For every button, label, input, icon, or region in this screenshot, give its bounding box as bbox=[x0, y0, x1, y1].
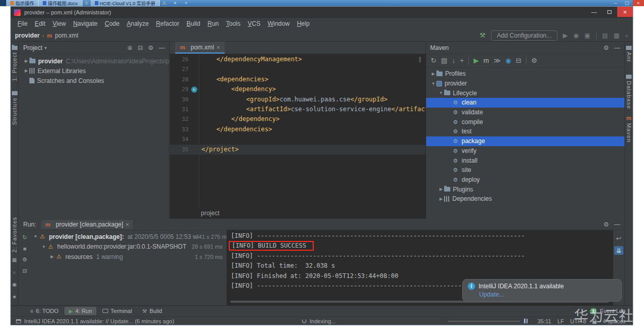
tree-arrow-icon[interactable]: ▼ bbox=[430, 81, 436, 86]
stripe-ant-button[interactable]: Ant bbox=[625, 46, 633, 62]
stripe-project-button[interactable]: 1: Project bbox=[11, 46, 18, 81]
taskbar-new-tab-icon[interactable]: + bbox=[182, 1, 190, 6]
offline-mode-icon[interactable]: ◉ bbox=[505, 57, 511, 64]
add-maven-projects-icon[interactable]: + bbox=[460, 57, 464, 64]
taskbar-minimize-icon[interactable]: – bbox=[610, 0, 621, 6]
maven-tree-item[interactable]: ⚙compile bbox=[426, 117, 624, 127]
reimport-icon[interactable]: ↻ bbox=[431, 57, 436, 64]
project-tree-item[interactable]: ▶External Libraries bbox=[19, 66, 169, 76]
menu-help[interactable]: Help bbox=[293, 19, 313, 28]
build-hammer-icon[interactable]: ⚒ bbox=[480, 31, 486, 39]
menu-view[interactable]: View bbox=[49, 19, 70, 28]
rerun-icon[interactable]: ↻ bbox=[22, 234, 27, 241]
maven-tree-item[interactable]: ⚙package bbox=[426, 136, 624, 146]
maven-tree-item[interactable]: ⚙verify bbox=[426, 146, 624, 156]
maven-panel-header[interactable]: Maven ⚙ — bbox=[426, 42, 624, 54]
search-everywhere-icon[interactable]: ⌕ bbox=[625, 32, 629, 39]
run-icon[interactable]: ▶ bbox=[563, 32, 568, 39]
stripe-database-button[interactable]: Database bbox=[625, 75, 633, 109]
download-sources-icon[interactable]: ↓ bbox=[452, 57, 455, 64]
run-tree-item[interactable]: ▼⚠helloworld.demo:provider:jar:0.0.1-SNA… bbox=[30, 242, 227, 252]
maven-tree-item[interactable]: ⚙clean bbox=[426, 98, 624, 108]
code-line[interactable]: 26</dependencyManagement> bbox=[170, 55, 426, 64]
code-line[interactable]: 30<groupId>com.huawei.paas.cse</groupId> bbox=[170, 95, 426, 105]
maven-tree-item[interactable]: ⚙validate bbox=[426, 108, 624, 117]
status-message-area[interactable]: IntelliJ IDEA 2020.1.1 available: // Upd… bbox=[16, 317, 174, 325]
maven-settings-icon[interactable]: ⚙ bbox=[531, 57, 537, 64]
tree-arrow-icon[interactable]: ▶ bbox=[23, 59, 29, 63]
tree-arrow-icon[interactable]: ▶ bbox=[438, 187, 444, 192]
tree-arrow-icon[interactable]: ▼ bbox=[438, 91, 444, 95]
skip-tests-icon[interactable]: ≫ bbox=[494, 57, 501, 64]
close-tab-icon[interactable]: × bbox=[216, 44, 219, 50]
run-tree-item[interactable]: ▼⚠provider [clean,package]: at 2020/5/5 … bbox=[30, 232, 227, 242]
menu-vcs[interactable]: VCS bbox=[244, 19, 264, 28]
project-tree-item[interactable]: ▶providerC:\Users\Administrator\IdeaProj… bbox=[19, 56, 169, 66]
project-structure-icon[interactable]: ▤ bbox=[602, 32, 608, 39]
menu-code[interactable]: Code bbox=[101, 19, 123, 28]
maven-tree-item[interactable]: ▼provider bbox=[426, 79, 624, 89]
maven-tree-item[interactable]: ⚙install bbox=[426, 155, 624, 165]
collapse-icon[interactable]: ⊟ bbox=[22, 268, 27, 274]
code-line[interactable]: 31<artifactId>cse-solution-service-engin… bbox=[170, 105, 426, 114]
maven-changes-gutter-icon[interactable]: ↻ bbox=[191, 86, 197, 93]
run-with-coverage-icon[interactable]: ▣ bbox=[584, 32, 590, 39]
taskbar-tab[interactable]: 操作截图.docx bbox=[39, 0, 82, 6]
soft-wrap-icon[interactable]: ↩ bbox=[614, 234, 623, 242]
collapse-all-icon[interactable]: ⊟ bbox=[516, 57, 521, 64]
stripe-favorites-button[interactable]: 2: Favorites bbox=[11, 217, 18, 252]
stop-icon[interactable]: ■ bbox=[23, 246, 27, 252]
maven-tree-item[interactable]: ▶Profiles bbox=[426, 69, 624, 79]
menu-window[interactable]: Window bbox=[264, 19, 293, 28]
tree-arrow-icon[interactable]: ▶ bbox=[23, 68, 29, 73]
generate-sources-icon[interactable]: ▤ bbox=[441, 57, 447, 64]
caret-position-widget[interactable]: 35:11 bbox=[537, 318, 551, 324]
tree-arrow-icon[interactable]: ▼ bbox=[32, 234, 39, 239]
menu-run[interactable]: Run bbox=[204, 19, 223, 28]
title-bar[interactable]: provider – pom.xml (Administrator) — × bbox=[11, 7, 633, 18]
menu-edit[interactable]: Edit bbox=[31, 19, 49, 28]
code-line[interactable]: 27 bbox=[170, 64, 426, 74]
close-tab-icon[interactable]: × bbox=[126, 221, 129, 228]
editor-breadcrumb[interactable]: project bbox=[201, 210, 219, 217]
add-configuration-button[interactable]: Add Configuration... bbox=[491, 30, 557, 41]
editor-splitter-icon[interactable]: ∥ bbox=[419, 56, 422, 63]
maven-tree-item[interactable]: ⚙deploy bbox=[426, 175, 624, 185]
menu-file[interactable]: File bbox=[14, 19, 31, 28]
code-line[interactable]: 33</dependencies> bbox=[170, 125, 426, 134]
maven-tree-item[interactable]: ⚙test bbox=[426, 127, 624, 136]
menu-build[interactable]: Build bbox=[183, 19, 204, 28]
toolwindow-button-terminal[interactable]: Terminal bbox=[98, 307, 137, 315]
chevron-down-icon[interactable]: ▾ bbox=[44, 45, 47, 50]
tree-arrow-icon[interactable]: ▶ bbox=[438, 197, 444, 201]
locate-file-icon[interactable]: ⊕ bbox=[127, 44, 132, 51]
taskbar-close-tab-icon[interactable]: × bbox=[171, 1, 179, 6]
debug-icon[interactable]: ◉ bbox=[573, 32, 579, 39]
search-icon[interactable]: ⌕ bbox=[13, 269, 16, 275]
camera-icon[interactable]: ◉ bbox=[12, 282, 17, 288]
collapse-all-icon[interactable]: ⊟ bbox=[138, 44, 143, 51]
maven-tree-item[interactable]: ▼Lifecycle bbox=[426, 88, 624, 98]
minimize-button[interactable]: — bbox=[586, 7, 602, 17]
layout-icon[interactable]: ▦ bbox=[614, 32, 619, 39]
taskbar-tab[interactable]: HCIE-Cloud V1.0 实验手册 bbox=[91, 0, 160, 6]
run-maven-build-icon[interactable]: ▶ bbox=[473, 57, 479, 64]
pause-progress-icon[interactable] bbox=[524, 319, 528, 323]
menu-analyze[interactable]: Analyze bbox=[123, 19, 152, 28]
toolwindow-button-build[interactable]: ⚒Build bbox=[138, 307, 166, 315]
code-line[interactable]: 28<dependencies> bbox=[170, 75, 426, 84]
close-button[interactable]: × bbox=[617, 7, 633, 17]
toolwindow-button-run[interactable]: ▶4: Run bbox=[64, 307, 96, 315]
tree-arrow-icon[interactable]: ▶ bbox=[430, 72, 436, 76]
code-line[interactable]: 35</project> bbox=[170, 145, 426, 154]
hide-panel-icon[interactable]: — bbox=[614, 221, 620, 228]
hide-panel-icon[interactable]: — bbox=[614, 44, 620, 51]
settings-gear-icon[interactable]: ⚙ bbox=[603, 221, 609, 228]
execute-maven-goal-icon[interactable]: m bbox=[483, 57, 489, 64]
code-line[interactable]: 34 bbox=[170, 134, 426, 144]
run-settings-icon[interactable]: ⚙ bbox=[22, 256, 27, 263]
line-separator-widget[interactable]: LF bbox=[557, 318, 564, 324]
hide-panel-icon[interactable]: — bbox=[159, 44, 165, 51]
tree-arrow-icon[interactable]: ▼ bbox=[41, 245, 47, 249]
settings-gear-icon[interactable]: ⚙ bbox=[603, 44, 609, 51]
